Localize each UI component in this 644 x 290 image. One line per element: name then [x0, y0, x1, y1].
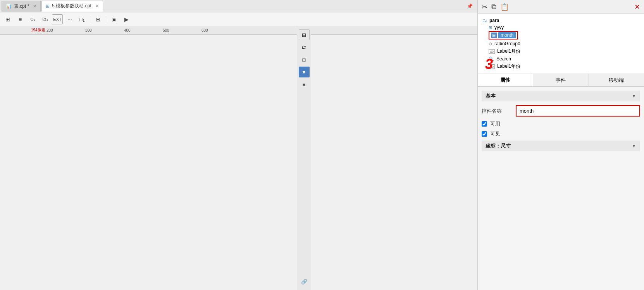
- cut-btn[interactable]: ✂: [482, 3, 487, 11]
- tree-month-icon: ⊞: [491, 33, 497, 38]
- control-name-input[interactable]: [516, 105, 640, 117]
- panel-tabs: 属性 事件 移动端: [478, 74, 644, 87]
- tab-2-close[interactable]: ✕: [95, 3, 99, 9]
- prop-visible-row: 可见: [482, 130, 640, 137]
- tree-item-search[interactable]: 🔍 Search: [489, 55, 639, 62]
- toolbar: ⊞ ≡ ⊙₂ 🗂₂ EXT ··· □₁ ⊞ ▣ ▶: [0, 12, 477, 26]
- tab-1[interactable]: 📊 表.cpt * ✕: [2, 1, 41, 12]
- side-icon-panel-icon[interactable]: 🗂: [299, 42, 310, 53]
- visible-label: 可见: [490, 130, 500, 137]
- ruler: 194像素 200 300 400 500 600: [0, 26, 477, 35]
- tab-events[interactable]: 事件: [533, 74, 589, 86]
- canvas-wrapper: 194像素 200 300 400 500 600 月份: [0, 26, 477, 290]
- tab-2-label: 5.模板参数联动.cpt: [52, 3, 91, 9]
- section-basic-collapse[interactable]: ▼: [632, 93, 636, 99]
- tab-properties[interactable]: 属性: [478, 74, 533, 86]
- side-icon-dropdown[interactable]: ▼: [299, 67, 310, 77]
- tab-1-icon: 📊: [6, 3, 12, 9]
- prop-name-row: 控件名称: [482, 105, 640, 117]
- tree-item-label1[interactable]: ab Label1月份: [489, 47, 639, 55]
- section-coords-label: 坐标：尺寸: [486, 142, 511, 149]
- tree-root-icon: 🗂: [482, 18, 487, 23]
- toolbar-btn-2[interactable]: ≡: [15, 14, 26, 24]
- section-basic-header[interactable]: 基本 ▼: [482, 91, 640, 101]
- toolbar-sep-2: [106, 16, 106, 23]
- section-coords-header[interactable]: 坐标：尺寸 ▼: [482, 141, 640, 151]
- toolbar-sep-1: [90, 16, 90, 23]
- paste-btn[interactable]: 📋: [500, 3, 509, 11]
- tab-1-label: 表.cpt *: [14, 3, 29, 10]
- enabled-checkbox[interactable]: [482, 121, 487, 127]
- tree-item-month-wrapper: ⊞ month: [489, 31, 639, 39]
- tree-label2-label: Label1年份: [497, 63, 520, 70]
- toolbar-btn-5[interactable]: EXT: [52, 14, 63, 24]
- right-panel: ✂ ⧉ 📋 ✕ 🗂 para ⊞ yyyy ⊞ month ⊙: [477, 0, 644, 290]
- toolbar-btn-7[interactable]: □₁: [77, 14, 88, 24]
- control-name-label: 控件名称: [482, 108, 513, 115]
- tab-pin: 📌: [467, 3, 476, 9]
- toolbar-btn-6[interactable]: ···: [64, 14, 75, 24]
- tree-panel: 🗂 para ⊞ yyyy ⊞ month ⊙ radioGroup0 ab L: [478, 14, 644, 74]
- side-icon-link[interactable]: 🔗: [299, 276, 310, 287]
- ruler-mark-600: 600: [201, 28, 208, 33]
- tree-item-label2[interactable]: ab Label1年份: [489, 62, 639, 70]
- tree-label1-icon: ab: [489, 49, 495, 54]
- tree-item-radio[interactable]: ⊙ radioGroup0: [489, 40, 639, 47]
- tree-yyyy-icon: ⊞: [489, 25, 492, 30]
- toolbar-btn-4[interactable]: 🗂₂: [40, 14, 50, 24]
- toolbar-btn-8[interactable]: ⊞: [93, 14, 103, 24]
- side-icon-list[interactable]: ≡: [299, 79, 310, 90]
- section-coords-collapse[interactable]: ▼: [632, 143, 636, 149]
- props-panel: 基本 ▼ 控件名称 2 可用 可见 坐标：尺寸 ▼: [478, 87, 644, 290]
- ruler-mark-200: 200: [46, 28, 53, 33]
- copy-btn[interactable]: ⧉: [491, 3, 496, 11]
- tree-item-month-selected[interactable]: ⊞ month: [489, 31, 518, 39]
- tree-radio-label: radioGroup0: [494, 41, 520, 46]
- tab-1-close[interactable]: ✕: [33, 4, 36, 9]
- enabled-label: 可用: [490, 120, 500, 127]
- tree-label1-label: Label1月份: [497, 48, 520, 55]
- ruler-mark-300: 300: [85, 28, 92, 33]
- tree-root[interactable]: 🗂 para: [482, 17, 639, 24]
- tree-root-label: para: [489, 18, 499, 23]
- side-icon-panel: ⊞ 🗂 □ ▼ ≡ 🔗: [297, 26, 311, 290]
- annotation-3: 3: [485, 56, 493, 72]
- tree-yyyy-label: yyyy: [494, 25, 504, 30]
- tree-month-label: month: [498, 32, 516, 38]
- tree-radio-icon: ⊙: [489, 41, 492, 46]
- toolbar-btn-1[interactable]: ⊞: [2, 14, 13, 24]
- toolbar-btn-10[interactable]: ▶: [121, 14, 132, 24]
- panel-toolbar: ✂ ⧉ 📋 ✕: [478, 0, 644, 14]
- tab-2-icon: ⊞: [46, 3, 50, 9]
- side-icon-grid[interactable]: ⊞: [299, 29, 310, 40]
- ruler-mark-500: 500: [163, 28, 169, 33]
- tab-mobile[interactable]: 移动端: [589, 74, 644, 86]
- section-basic-label: 基本: [486, 93, 496, 100]
- close-btn[interactable]: ✕: [634, 3, 640, 11]
- tree-item-yyyy[interactable]: ⊞ yyyy: [489, 24, 639, 31]
- toolbar-btn-3[interactable]: ⊙₂: [27, 14, 38, 24]
- tab-bar: 📊 表.cpt * ✕ ⊞ 5.模板参数联动.cpt ✕ 📌: [0, 0, 477, 12]
- prop-enabled-row: 可用: [482, 120, 640, 127]
- ruler-mark-400: 400: [124, 28, 131, 33]
- toolbar-btn-9[interactable]: ▣: [108, 14, 119, 24]
- tab-2[interactable]: ⊞ 5.模板参数联动.cpt ✕: [41, 1, 103, 12]
- visible-checkbox[interactable]: [482, 131, 487, 137]
- tree-search-label: Search: [496, 56, 511, 62]
- side-icon-box[interactable]: □: [299, 54, 310, 65]
